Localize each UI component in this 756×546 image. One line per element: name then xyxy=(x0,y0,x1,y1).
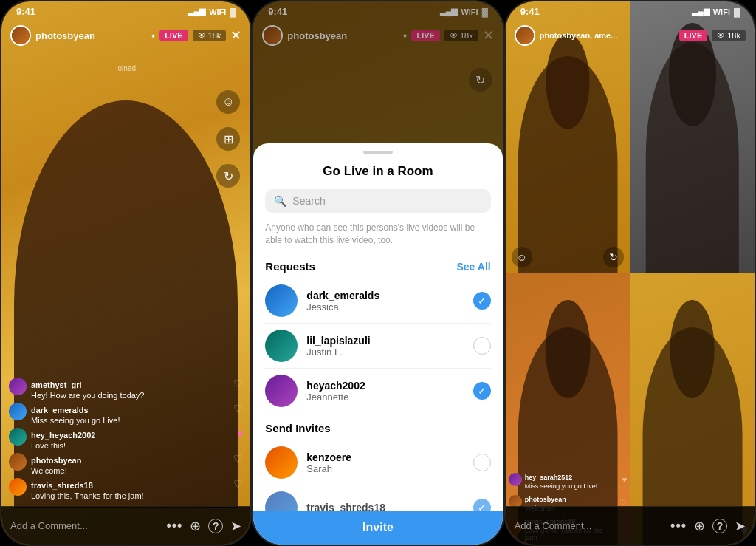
wifi-icon-3: WiFi xyxy=(713,7,730,16)
chat-text-1: Hey! How are you doing today? xyxy=(31,391,229,400)
phone-2: 9:41 ▂▄▆ WiFi ▓ photosbyean ▾ LIVE 👁 18k… xyxy=(252,0,504,546)
status-bar-1: 9:41 ▂▄▆ WiFi ▓ xyxy=(1,1,250,18)
send-icon-1[interactable]: ➤ xyxy=(230,518,241,534)
comment-input-1[interactable]: Add a Comment... xyxy=(10,520,159,531)
send-invites-label: Send Invites xyxy=(265,422,330,434)
chat-avatar-2 xyxy=(9,403,27,420)
user-avatar-request-3 xyxy=(265,375,298,407)
username-1[interactable]: photosbyean xyxy=(35,30,145,41)
check-circle-request-2[interactable] xyxy=(473,337,491,355)
head-bl xyxy=(546,300,591,397)
rotate-icon-1[interactable]: ↻ xyxy=(216,164,240,188)
close-button-1[interactable]: ✕ xyxy=(230,27,241,44)
username-3[interactable]: photosbyean, ame... xyxy=(540,31,675,40)
split-screen: ☺ ↻ hey_sarah2512 Miss seeing you go Liv… xyxy=(506,1,755,545)
chat-avatar-4 xyxy=(9,453,27,471)
user-avatar-request-2 xyxy=(265,330,298,362)
comment-input-3[interactable]: Add a Comment... xyxy=(515,520,663,531)
request-row-1[interactable]: dark_emeralds Jessica ✓ xyxy=(253,279,502,323)
time-1: 9:41 xyxy=(16,6,35,17)
chat-text-3: Love this! xyxy=(31,441,233,450)
phone-3-header: photosbyean, ame... LIVE 👁 18k xyxy=(506,22,755,49)
question-icon-3[interactable]: ? xyxy=(712,519,727,533)
comment-bar-1: Add a Comment... ••• ⊕ ? ➤ xyxy=(1,506,250,545)
invite-row-1[interactable]: kenzoere Sarah xyxy=(253,440,502,485)
chat-msg-3: hey_heyach2002 Love this! ♥ xyxy=(9,428,243,450)
search-input[interactable]: Search xyxy=(292,195,481,207)
send-invites-section-header: Send Invites xyxy=(253,417,502,440)
see-all-link[interactable]: See All xyxy=(456,261,490,273)
chat-avatar-3 xyxy=(9,428,27,446)
chat-name-4: photosbyean xyxy=(31,456,81,465)
chat-name-5: travis_shreds18 xyxy=(31,481,93,490)
image-icon-1[interactable]: ⊞ xyxy=(216,127,240,151)
question-icon-1[interactable]: ? xyxy=(208,519,223,533)
chat-avatar-bl-1 xyxy=(509,473,522,486)
avatar-3 xyxy=(515,25,535,46)
avatar-1 xyxy=(10,25,31,46)
heart-icon-5: ♡ xyxy=(233,478,243,490)
chat-msg-2: dark_emeralds Miss seeing you go Live! ♡ xyxy=(9,403,243,425)
user-handle-request-1: Jessica xyxy=(306,301,464,313)
chat-text-4: Welcome! xyxy=(31,466,229,475)
time-3: 9:41 xyxy=(520,6,540,17)
chat-name-1: amethyst_grl xyxy=(31,381,81,389)
quadrant-bottom-right: ♥ xyxy=(630,273,755,545)
head-br xyxy=(670,300,715,397)
more-dots-3[interactable]: ••• xyxy=(670,518,687,533)
chat-overlay-1: amethyst_grl Hey! How are you doing toda… xyxy=(9,378,243,500)
chat-text-5: Loving this. Thanks for the jam! xyxy=(31,491,229,500)
user-handle-request-2: Justin L. xyxy=(306,347,464,358)
modal-sheet: Go Live in a Room 🔍 Search Anyone who ca… xyxy=(253,143,502,545)
user-handle-request-3: Jeannette xyxy=(306,392,464,403)
comment-bar-3: Add a Comment... ••• ⊕ ? ➤ xyxy=(506,506,755,545)
check-circle-request-3[interactable]: ✓ xyxy=(473,382,491,400)
heart-bl-2: ♡ xyxy=(619,497,627,507)
check-circle-request-1[interactable]: ✓ xyxy=(473,292,491,310)
heart-icon-2: ♡ xyxy=(233,403,243,414)
modal-title: Go Live in a Room xyxy=(253,164,502,179)
status-icons-1: ▂▄▆ WiFi ▓ xyxy=(188,7,236,16)
chat-name-3: hey_heyach2002 xyxy=(31,431,95,440)
phone-1: 9:41 ▂▄▆ WiFi ▓ photosbyean ▾ LIVE 👁 18k… xyxy=(0,0,252,546)
user-name-request-2: lil_lapislazuli xyxy=(306,335,464,347)
viewer-count-1: 👁 18k xyxy=(193,30,227,41)
chat-text-bl-1: Miss seeing you go Live! xyxy=(525,482,619,490)
request-row-2[interactable]: lil_lapislazuli Justin L. xyxy=(253,324,502,368)
requests-label: Requests xyxy=(265,260,315,273)
live-badge-3: LIVE xyxy=(679,30,707,41)
side-icons-1: ☺ ⊞ ↻ xyxy=(216,90,240,188)
user-handle-invite-1: Sarah xyxy=(306,463,464,474)
rotate-icon-tl[interactable]: ↻ xyxy=(603,247,624,267)
search-box[interactable]: 🔍 Search xyxy=(265,189,490,213)
signal-icon: ▂▄▆ xyxy=(188,7,205,16)
chat-msg-4: photosbyean Welcome! ♡ xyxy=(9,453,243,475)
user-name-invite-1: kenzoere xyxy=(306,451,464,463)
helper-text: Anyone who can see this persons's live v… xyxy=(253,222,502,256)
user-name-request-3: heyach2002 xyxy=(306,380,464,392)
add-video-icon-3[interactable]: ⊕ xyxy=(694,518,705,534)
heart-icon-1: ♡ xyxy=(233,378,243,389)
user-avatar-invite-1 xyxy=(265,446,298,479)
add-video-icon-1[interactable]: ⊕ xyxy=(190,518,201,534)
chat-text-2: Miss seeing you go Live! xyxy=(31,416,229,425)
chat-avatar-1 xyxy=(9,378,27,395)
search-icon: 🔍 xyxy=(274,195,286,207)
signal-icon-3: ▂▄▆ xyxy=(692,7,709,16)
joined-text-1: joined xyxy=(116,64,136,72)
smiley-icon-tl[interactable]: ☺ xyxy=(512,247,532,267)
smiley-icon-1[interactable]: ☺ xyxy=(216,90,240,114)
invite-button[interactable]: Invite xyxy=(253,511,502,545)
check-circle-invite-1[interactable] xyxy=(473,454,491,471)
request-row-3[interactable]: heyach2002 Jeannette ✓ xyxy=(253,369,502,413)
more-dots-1[interactable]: ••• xyxy=(166,518,182,533)
requests-section-header: Requests See All xyxy=(253,256,502,279)
status-icons-3: ▂▄▆ WiFi ▓ xyxy=(692,7,740,16)
user-avatar-request-1 xyxy=(265,284,298,317)
chevron-down-icon-1[interactable]: ▾ xyxy=(151,32,155,40)
phone-1-header: photosbyean ▾ LIVE 👁 18k ✕ xyxy=(1,22,250,49)
send-icon-3[interactable]: ➤ xyxy=(735,518,746,534)
chat-msg-1: amethyst_grl Hey! How are you doing toda… xyxy=(9,378,243,400)
viewer-count-3: 👁 18k xyxy=(712,30,746,41)
heart-icon-3: ♥ xyxy=(237,428,243,440)
